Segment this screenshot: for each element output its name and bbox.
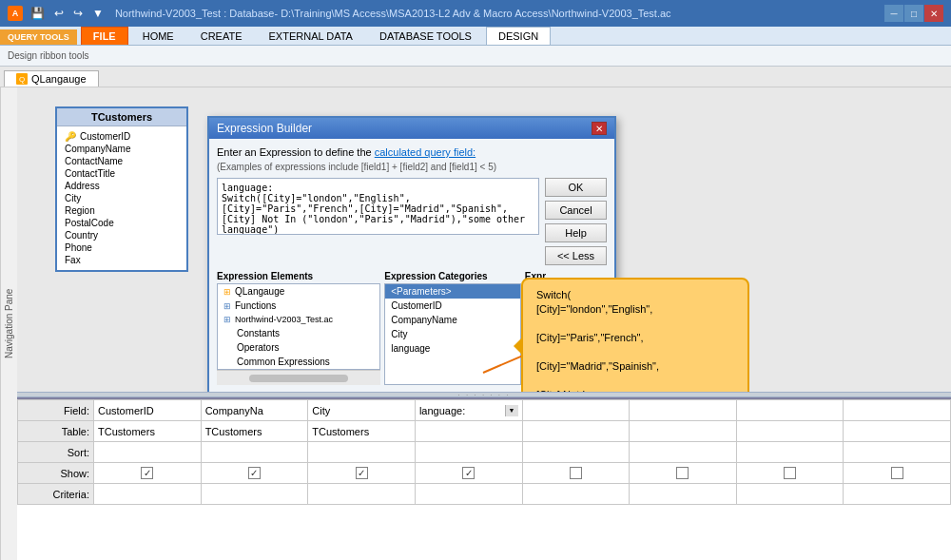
dialog-title-bar[interactable]: Expression Builder ✕ [209,118,614,139]
grid-cell-field-6[interactable] [630,400,737,421]
grid-cell-criteria-6[interactable] [630,484,737,505]
redo-btn[interactable]: ↪ [71,7,85,20]
grid-cell-table-7[interactable] [736,421,844,442]
show-checkbox-8[interactable] [891,467,903,479]
tab-design[interactable]: DESIGN [486,27,551,45]
grid-cell-show-7[interactable] [736,463,844,484]
show-checkbox-1[interactable] [141,467,153,479]
grid-cell-criteria-1[interactable] [94,484,202,505]
grid-cell-sort-1[interactable] [94,442,202,463]
grid-cell-table-4[interactable] [415,421,522,442]
grid-cell-sort-8[interactable] [844,442,951,463]
undo-btn[interactable]: ↩ [52,7,66,20]
show-checkbox-7[interactable] [784,467,796,479]
field-city[interactable]: City [57,192,186,204]
grid-cell-criteria-5[interactable] [522,484,630,505]
field-region[interactable]: Region [57,204,186,217]
combo-dropdown-btn[interactable]: ▼ [505,405,518,416]
grid-cell-table-3[interactable]: TCustomers [308,421,416,442]
show-checkbox-2[interactable] [248,467,261,479]
grid-cell-table-8[interactable] [844,421,951,442]
expression-elements-list[interactable]: ⊞ QLangauge ⊞ Functions ⊞ Northwind-V200… [217,283,380,370]
element-db[interactable]: ⊞ Northwind-V2003_Test.ac [218,313,379,326]
grid-cell-sort-6[interactable] [630,442,737,463]
nav-pane[interactable]: Navigation Pane [0,87,17,560]
main-area: Navigation Pane TCustomers 🔑 CustomerID … [0,87,951,560]
content-area: TCustomers 🔑 CustomerID CompanyName Cont… [17,87,951,560]
minimize-btn[interactable]: ─ [884,5,903,22]
expression-categories-list[interactable]: <Parameters> CustomerID CompanyName City [384,283,521,385]
grid-cell-sort-3[interactable] [308,442,416,463]
category-companyname[interactable]: CompanyName [385,313,520,327]
calculated-query-field-link[interactable]: calculated query field: [375,146,476,158]
field-phone[interactable]: Phone [57,241,186,254]
grid-cell-criteria-7[interactable] [736,484,844,505]
grid-cell-criteria-4[interactable] [415,484,522,505]
element-constants[interactable]: Constants [218,326,379,340]
category-city[interactable]: City [385,327,520,341]
grid-cell-show-3[interactable] [308,463,416,484]
grid-cell-table-1[interactable]: TCustomers [94,421,202,442]
show-checkbox-3[interactable] [356,467,368,479]
tab-database-tools[interactable]: DATABASE TOOLS [367,27,484,45]
grid-cell-table-5[interactable] [522,421,630,442]
grid-cell-show-1[interactable] [94,463,202,484]
grid-cell-field-8[interactable] [844,400,951,421]
show-checkbox-5[interactable] [570,467,582,479]
field-contacttitle[interactable]: ContactTitle [57,167,186,180]
language-field-combo[interactable]: language: ▼ [419,405,518,416]
grid-cell-criteria-3[interactable] [308,484,416,505]
field-contactname[interactable]: ContactName [57,155,186,167]
field-country[interactable]: Country [57,229,186,241]
field-fax[interactable]: Fax [57,254,186,266]
grid-cell-field-4[interactable]: language: ▼ [415,400,522,421]
tab-home[interactable]: HOME [130,27,186,45]
grid-cell-field-1[interactable]: CustomerID [94,400,202,421]
ok-button[interactable]: OK [545,178,607,197]
category-customerid[interactable]: CustomerID [385,299,520,313]
expression-input[interactable]: language: Switch([City]="london","Englis… [217,178,539,235]
grid-cell-show-4[interactable] [415,463,522,484]
grid-cell-field-3[interactable]: City [308,400,416,421]
help-button[interactable]: Help [545,223,607,242]
grid-cell-field-2[interactable]: CompanyNa [201,400,308,421]
grid-cell-show-8[interactable] [844,463,951,484]
maximize-btn[interactable]: □ [904,5,923,22]
element-qlanguage[interactable]: ⊞ QLangauge [218,284,379,299]
show-checkbox-6[interactable] [676,467,689,479]
grid-cell-sort-4[interactable] [415,442,522,463]
category-parameters[interactable]: <Parameters> [385,284,520,299]
less-button[interactable]: << Less [545,246,607,265]
grid-cell-show-6[interactable] [630,463,737,484]
grid-cell-sort-2[interactable] [201,442,308,463]
field-postalcode[interactable]: PostalCode [57,217,186,229]
element-operators[interactable]: Operators [218,340,379,355]
grid-cell-show-5[interactable] [522,463,630,484]
element-functions[interactable]: ⊞ Functions [218,299,379,313]
element-common-expressions[interactable]: Common Expressions [218,355,379,369]
tab-file[interactable]: FILE [81,27,128,45]
dialog-close-button[interactable]: ✕ [592,122,607,135]
cancel-button[interactable]: Cancel [545,201,607,220]
tab-create[interactable]: CREATE [188,27,255,45]
grid-cell-show-2[interactable] [201,463,308,484]
grid-cell-criteria-8[interactable] [844,484,951,505]
query-tab-qlanguage[interactable]: Q QLangauge [4,70,99,87]
category-language[interactable]: language [385,341,520,356]
save-btn[interactable]: 💾 [29,7,47,20]
grid-cell-sort-7[interactable] [736,442,844,463]
elements-scrollbar[interactable] [217,370,380,385]
show-checkbox-4[interactable] [462,467,475,479]
tab-external-data[interactable]: EXTERNAL DATA [257,27,365,45]
field-address[interactable]: Address [57,180,186,192]
grid-cell-field-5[interactable] [522,400,630,421]
grid-cell-table-6[interactable] [630,421,737,442]
close-btn[interactable]: ✕ [924,5,943,22]
grid-cell-table-2[interactable]: TCustomers [201,421,308,442]
qa-dropdown-btn[interactable]: ▼ [90,7,106,20]
grid-cell-criteria-2[interactable] [201,484,308,505]
grid-cell-sort-5[interactable] [522,442,630,463]
field-companyname[interactable]: CompanyName [57,143,186,155]
field-customerid[interactable]: 🔑 CustomerID [57,130,186,143]
grid-cell-field-7[interactable] [736,400,844,421]
